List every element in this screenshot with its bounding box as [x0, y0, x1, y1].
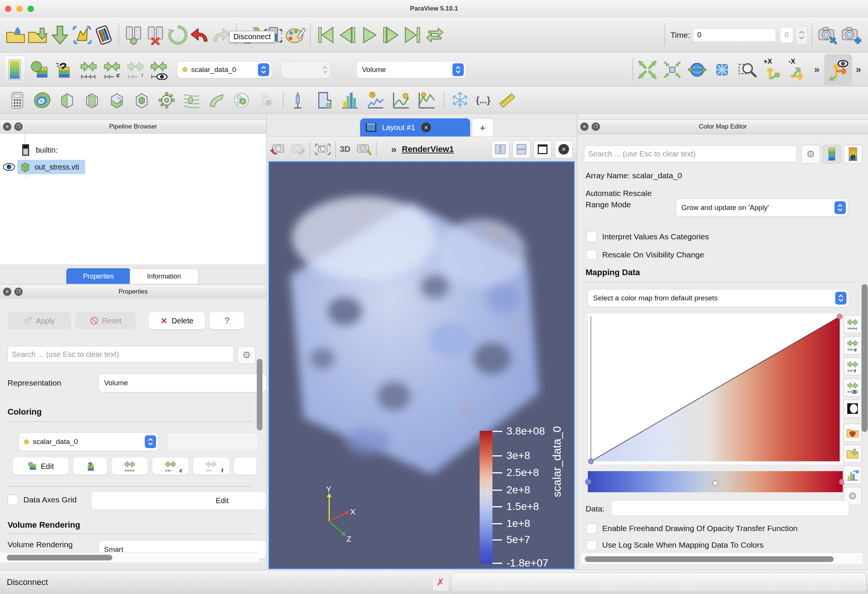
- warp-by-vector-filter-button[interactable]: [207, 90, 226, 110]
- log-scale-checkbox[interactable]: [586, 540, 597, 550]
- tf-histogram-refresh-button[interactable]: [843, 466, 862, 484]
- load-state-button[interactable]: [71, 24, 93, 46]
- save-camera-button[interactable]: [839, 24, 863, 46]
- open-file-button[interactable]: [5, 24, 27, 46]
- time-input[interactable]: [693, 28, 776, 42]
- edit-color-map-button[interactable]: Edit: [13, 458, 69, 475]
- separate-color-map-button[interactable]: [73, 458, 107, 475]
- data-value-input[interactable]: [612, 501, 849, 516]
- connect-server-button[interactable]: [123, 24, 145, 46]
- stream-tracer-filter-button[interactable]: [182, 90, 201, 110]
- undo-button[interactable]: [189, 24, 210, 46]
- cme-gear-button[interactable]: ⚙: [801, 145, 820, 164]
- delete-button[interactable]: Delete: [149, 312, 205, 329]
- view-toolbar-overflow[interactable]: »: [391, 144, 396, 155]
- render-view-name[interactable]: RenderView1: [402, 144, 454, 154]
- tf-rescale-temporal-button[interactable]: t: [843, 357, 862, 375]
- group-datasets-filter-button[interactable]: [232, 90, 251, 110]
- color-palette-button[interactable]: [284, 24, 306, 46]
- zoom-to-data-button[interactable]: [662, 59, 683, 80]
- opacity-transfer-function-editor[interactable]: [588, 314, 843, 464]
- cme-vertical-scrollbar[interactable]: [862, 284, 868, 432]
- plot-over-time-button[interactable]: [366, 90, 385, 110]
- rescale-to-temporal-range-button[interactable]: t: [125, 60, 146, 80]
- tf-save-button[interactable]: [843, 445, 862, 463]
- time-stepper[interactable]: [796, 26, 808, 44]
- help-button[interactable]: ?: [210, 312, 244, 329]
- tf-rescale-visible-button[interactable]: [843, 378, 862, 397]
- close-tab-icon[interactable]: ✕: [421, 122, 431, 132]
- reset-button[interactable]: Reset: [75, 312, 136, 329]
- tf-rescale-button[interactable]: [843, 315, 862, 333]
- coloring-array-combo[interactable]: scalar_data_0: [19, 433, 158, 451]
- split-vertical-button[interactable]: [512, 140, 531, 158]
- next-frame-button[interactable]: [380, 24, 402, 46]
- zoom-closest-to-data-button[interactable]: [712, 59, 733, 80]
- probe-location-button[interactable]: [290, 90, 308, 110]
- data-axes-grid-checkbox[interactable]: [8, 494, 18, 505]
- disconnect-server-button[interactable]: [145, 24, 167, 46]
- save-data-button[interactable]: [27, 24, 49, 46]
- edit-data-axes-grid-button[interactable]: Edit: [91, 491, 266, 510]
- save-state-button[interactable]: [49, 24, 71, 46]
- toolbar-overflow-button[interactable]: »: [856, 64, 860, 75]
- camera-redo-button[interactable]: [288, 141, 306, 157]
- loop-button[interactable]: [424, 24, 446, 46]
- freehand-checkbox[interactable]: [586, 523, 597, 534]
- glyph-filter-button[interactable]: [157, 90, 176, 110]
- color-transfer-function-bar[interactable]: [588, 471, 843, 492]
- rescale-to-data-range-button[interactable]: [112, 458, 148, 475]
- representation-combo[interactable]: Volume: [357, 61, 466, 78]
- reload-pipeline-button[interactable]: [167, 24, 189, 46]
- pick-center-button[interactable]: [736, 59, 758, 80]
- contour-filter-button[interactable]: [32, 90, 52, 110]
- rescale-to-custom-range-button[interactable]: c: [152, 458, 189, 475]
- adjust-camera-button[interactable]: [816, 24, 839, 46]
- last-frame-button[interactable]: [402, 24, 424, 46]
- clip-filter-button[interactable]: [57, 90, 77, 110]
- adjust-camera-view-button[interactable]: [355, 141, 372, 157]
- tab-layout-1[interactable]: Layout #1 ✕: [360, 118, 470, 136]
- freeze-time-button[interactable]: [451, 91, 469, 109]
- rescale-to-custom-range-button[interactable]: c: [102, 60, 122, 80]
- extract-block-filter-button[interactable]: [256, 90, 276, 110]
- camera-undo-button[interactable]: [270, 141, 287, 157]
- visibility-eye-icon[interactable]: [2, 162, 16, 172]
- color-legend-toggle-button[interactable]: [93, 24, 115, 46]
- histogram-button[interactable]: [340, 90, 360, 110]
- color-point-mid[interactable]: [712, 480, 718, 486]
- reset-camera-button[interactable]: [637, 59, 658, 80]
- cme-colormap-toggle-button[interactable]: [822, 145, 841, 164]
- color-by-array-combo[interactable]: scalar_data_0: [177, 61, 271, 78]
- apply-button[interactable]: Apply: [8, 312, 71, 329]
- set-solid-color-button[interactable]: [29, 60, 50, 80]
- new-layout-tab-button[interactable]: +: [472, 118, 494, 137]
- pipeline-item-source[interactable]: out_stress.vti: [0, 159, 266, 175]
- reset-camera-closest-button[interactable]: [687, 59, 708, 80]
- color-map-editor-toggle-button[interactable]: [4, 55, 26, 84]
- toggle-interaction-mode-button[interactable]: 3D: [340, 144, 350, 154]
- tf-rescale-custom-button[interactable]: c: [843, 336, 862, 354]
- properties-search-input[interactable]: [8, 346, 234, 363]
- abort-button[interactable]: ✗: [433, 574, 448, 591]
- maximize-view-button[interactable]: [534, 140, 552, 158]
- programmable-filter-button[interactable]: {...}: [476, 95, 491, 106]
- tab-properties[interactable]: Properties: [66, 268, 130, 284]
- toolbar-overflow-button[interactable]: »: [814, 64, 819, 75]
- close-view-button[interactable]: ✕: [555, 140, 573, 158]
- representation-property-combo[interactable]: Volume: [99, 374, 266, 392]
- pipeline-item-server[interactable]: builtin:: [0, 142, 266, 158]
- play-button[interactable]: [358, 24, 380, 46]
- interpret-categories-checkbox[interactable]: [586, 231, 597, 242]
- coloring-component-combo[interactable]: [168, 433, 258, 451]
- calculator-filter-button[interactable]: [8, 90, 27, 110]
- render-view[interactable]: Y X Z 3.8e+08 3e+8 2.5e+8 2e+8 1.5e+8 1e…: [268, 161, 575, 569]
- cme-edit-values-button[interactable]: e: [843, 145, 862, 164]
- tab-information[interactable]: Information: [130, 268, 198, 284]
- rescale-to-data-range-button[interactable]: [78, 60, 99, 80]
- split-horizontal-button[interactable]: [491, 140, 509, 158]
- plot-over-line-button[interactable]: [314, 90, 334, 110]
- tf-favorites-button[interactable]: [843, 424, 862, 442]
- tf-invert-button[interactable]: [843, 400, 862, 418]
- properties-horizontal-scrollbar[interactable]: [7, 555, 112, 560]
